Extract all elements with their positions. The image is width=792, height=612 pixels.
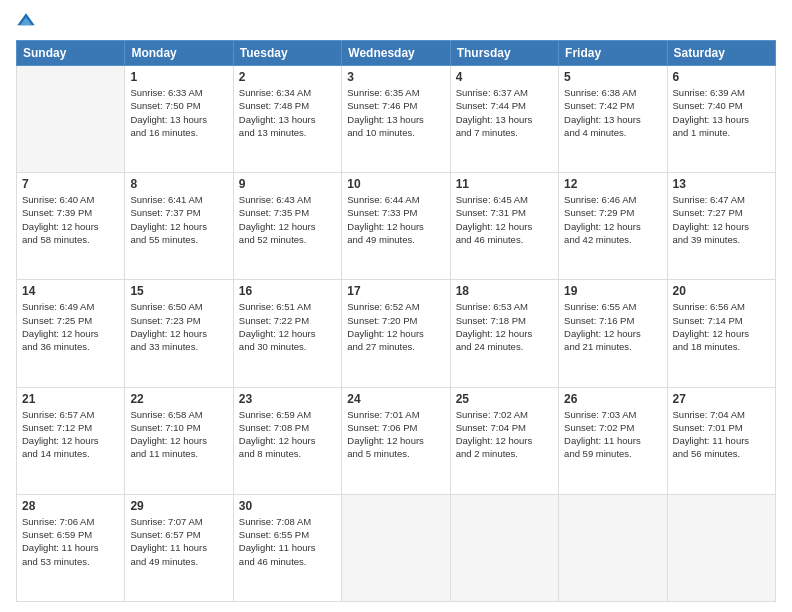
- week-row-1: 1Sunrise: 6:33 AM Sunset: 7:50 PM Daylig…: [17, 66, 776, 173]
- day-info: Sunrise: 6:49 AM Sunset: 7:25 PM Dayligh…: [22, 300, 119, 353]
- day-info: Sunrise: 6:47 AM Sunset: 7:27 PM Dayligh…: [673, 193, 770, 246]
- day-info: Sunrise: 6:37 AM Sunset: 7:44 PM Dayligh…: [456, 86, 553, 139]
- calendar-cell: [17, 66, 125, 173]
- calendar-cell: 24Sunrise: 7:01 AM Sunset: 7:06 PM Dayli…: [342, 387, 450, 494]
- calendar-cell: 8Sunrise: 6:41 AM Sunset: 7:37 PM Daylig…: [125, 173, 233, 280]
- calendar-cell: [559, 494, 667, 601]
- day-number: 17: [347, 284, 444, 298]
- day-number: 8: [130, 177, 227, 191]
- day-info: Sunrise: 6:55 AM Sunset: 7:16 PM Dayligh…: [564, 300, 661, 353]
- day-number: 20: [673, 284, 770, 298]
- calendar-cell: 5Sunrise: 6:38 AM Sunset: 7:42 PM Daylig…: [559, 66, 667, 173]
- calendar-cell: 2Sunrise: 6:34 AM Sunset: 7:48 PM Daylig…: [233, 66, 341, 173]
- day-info: Sunrise: 6:45 AM Sunset: 7:31 PM Dayligh…: [456, 193, 553, 246]
- day-info: Sunrise: 6:34 AM Sunset: 7:48 PM Dayligh…: [239, 86, 336, 139]
- day-number: 30: [239, 499, 336, 513]
- day-info: Sunrise: 6:46 AM Sunset: 7:29 PM Dayligh…: [564, 193, 661, 246]
- week-row-3: 14Sunrise: 6:49 AM Sunset: 7:25 PM Dayli…: [17, 280, 776, 387]
- day-header-friday: Friday: [559, 41, 667, 66]
- day-header-thursday: Thursday: [450, 41, 558, 66]
- day-info: Sunrise: 6:52 AM Sunset: 7:20 PM Dayligh…: [347, 300, 444, 353]
- week-row-4: 21Sunrise: 6:57 AM Sunset: 7:12 PM Dayli…: [17, 387, 776, 494]
- day-number: 9: [239, 177, 336, 191]
- logo-icon: [16, 12, 36, 32]
- day-info: Sunrise: 6:58 AM Sunset: 7:10 PM Dayligh…: [130, 408, 227, 461]
- day-info: Sunrise: 6:53 AM Sunset: 7:18 PM Dayligh…: [456, 300, 553, 353]
- day-info: Sunrise: 6:44 AM Sunset: 7:33 PM Dayligh…: [347, 193, 444, 246]
- day-info: Sunrise: 6:40 AM Sunset: 7:39 PM Dayligh…: [22, 193, 119, 246]
- calendar-cell: [342, 494, 450, 601]
- day-info: Sunrise: 7:04 AM Sunset: 7:01 PM Dayligh…: [673, 408, 770, 461]
- day-number: 24: [347, 392, 444, 406]
- calendar-cell: 19Sunrise: 6:55 AM Sunset: 7:16 PM Dayli…: [559, 280, 667, 387]
- day-number: 22: [130, 392, 227, 406]
- day-number: 26: [564, 392, 661, 406]
- calendar-cell: 14Sunrise: 6:49 AM Sunset: 7:25 PM Dayli…: [17, 280, 125, 387]
- day-info: Sunrise: 7:02 AM Sunset: 7:04 PM Dayligh…: [456, 408, 553, 461]
- day-number: 27: [673, 392, 770, 406]
- day-number: 19: [564, 284, 661, 298]
- day-info: Sunrise: 6:56 AM Sunset: 7:14 PM Dayligh…: [673, 300, 770, 353]
- day-number: 21: [22, 392, 119, 406]
- calendar-cell: 29Sunrise: 7:07 AM Sunset: 6:57 PM Dayli…: [125, 494, 233, 601]
- day-info: Sunrise: 6:38 AM Sunset: 7:42 PM Dayligh…: [564, 86, 661, 139]
- day-number: 11: [456, 177, 553, 191]
- calendar-cell: 25Sunrise: 7:02 AM Sunset: 7:04 PM Dayli…: [450, 387, 558, 494]
- calendar-cell: 22Sunrise: 6:58 AM Sunset: 7:10 PM Dayli…: [125, 387, 233, 494]
- day-number: 12: [564, 177, 661, 191]
- day-info: Sunrise: 7:08 AM Sunset: 6:55 PM Dayligh…: [239, 515, 336, 568]
- calendar-header-row: SundayMondayTuesdayWednesdayThursdayFrid…: [17, 41, 776, 66]
- calendar-cell: 11Sunrise: 6:45 AM Sunset: 7:31 PM Dayli…: [450, 173, 558, 280]
- calendar-cell: 27Sunrise: 7:04 AM Sunset: 7:01 PM Dayli…: [667, 387, 775, 494]
- day-info: Sunrise: 7:01 AM Sunset: 7:06 PM Dayligh…: [347, 408, 444, 461]
- day-header-wednesday: Wednesday: [342, 41, 450, 66]
- calendar-cell: 23Sunrise: 6:59 AM Sunset: 7:08 PM Dayli…: [233, 387, 341, 494]
- calendar-cell: 3Sunrise: 6:35 AM Sunset: 7:46 PM Daylig…: [342, 66, 450, 173]
- day-number: 1: [130, 70, 227, 84]
- day-info: Sunrise: 6:51 AM Sunset: 7:22 PM Dayligh…: [239, 300, 336, 353]
- day-number: 25: [456, 392, 553, 406]
- day-number: 13: [673, 177, 770, 191]
- calendar-cell: 12Sunrise: 6:46 AM Sunset: 7:29 PM Dayli…: [559, 173, 667, 280]
- day-info: Sunrise: 6:41 AM Sunset: 7:37 PM Dayligh…: [130, 193, 227, 246]
- day-number: 7: [22, 177, 119, 191]
- calendar-cell: 10Sunrise: 6:44 AM Sunset: 7:33 PM Dayli…: [342, 173, 450, 280]
- day-number: 14: [22, 284, 119, 298]
- week-row-2: 7Sunrise: 6:40 AM Sunset: 7:39 PM Daylig…: [17, 173, 776, 280]
- day-info: Sunrise: 6:57 AM Sunset: 7:12 PM Dayligh…: [22, 408, 119, 461]
- calendar-cell: 6Sunrise: 6:39 AM Sunset: 7:40 PM Daylig…: [667, 66, 775, 173]
- day-header-tuesday: Tuesday: [233, 41, 341, 66]
- day-info: Sunrise: 6:35 AM Sunset: 7:46 PM Dayligh…: [347, 86, 444, 139]
- day-number: 3: [347, 70, 444, 84]
- day-info: Sunrise: 7:06 AM Sunset: 6:59 PM Dayligh…: [22, 515, 119, 568]
- day-info: Sunrise: 7:07 AM Sunset: 6:57 PM Dayligh…: [130, 515, 227, 568]
- calendar-cell: 18Sunrise: 6:53 AM Sunset: 7:18 PM Dayli…: [450, 280, 558, 387]
- day-info: Sunrise: 6:50 AM Sunset: 7:23 PM Dayligh…: [130, 300, 227, 353]
- day-info: Sunrise: 6:39 AM Sunset: 7:40 PM Dayligh…: [673, 86, 770, 139]
- calendar-cell: 17Sunrise: 6:52 AM Sunset: 7:20 PM Dayli…: [342, 280, 450, 387]
- day-number: 2: [239, 70, 336, 84]
- day-info: Sunrise: 6:43 AM Sunset: 7:35 PM Dayligh…: [239, 193, 336, 246]
- day-number: 10: [347, 177, 444, 191]
- calendar-cell: [667, 494, 775, 601]
- calendar-cell: 21Sunrise: 6:57 AM Sunset: 7:12 PM Dayli…: [17, 387, 125, 494]
- day-info: Sunrise: 6:33 AM Sunset: 7:50 PM Dayligh…: [130, 86, 227, 139]
- calendar-cell: 28Sunrise: 7:06 AM Sunset: 6:59 PM Dayli…: [17, 494, 125, 601]
- calendar-cell: 7Sunrise: 6:40 AM Sunset: 7:39 PM Daylig…: [17, 173, 125, 280]
- logo: [16, 12, 40, 32]
- calendar-cell: [450, 494, 558, 601]
- calendar-cell: 15Sunrise: 6:50 AM Sunset: 7:23 PM Dayli…: [125, 280, 233, 387]
- calendar-cell: 4Sunrise: 6:37 AM Sunset: 7:44 PM Daylig…: [450, 66, 558, 173]
- day-number: 23: [239, 392, 336, 406]
- calendar: SundayMondayTuesdayWednesdayThursdayFrid…: [16, 40, 776, 602]
- calendar-cell: 16Sunrise: 6:51 AM Sunset: 7:22 PM Dayli…: [233, 280, 341, 387]
- day-number: 15: [130, 284, 227, 298]
- day-number: 5: [564, 70, 661, 84]
- calendar-cell: 9Sunrise: 6:43 AM Sunset: 7:35 PM Daylig…: [233, 173, 341, 280]
- calendar-cell: 20Sunrise: 6:56 AM Sunset: 7:14 PM Dayli…: [667, 280, 775, 387]
- day-number: 16: [239, 284, 336, 298]
- day-info: Sunrise: 7:03 AM Sunset: 7:02 PM Dayligh…: [564, 408, 661, 461]
- day-number: 29: [130, 499, 227, 513]
- day-info: Sunrise: 6:59 AM Sunset: 7:08 PM Dayligh…: [239, 408, 336, 461]
- day-header-saturday: Saturday: [667, 41, 775, 66]
